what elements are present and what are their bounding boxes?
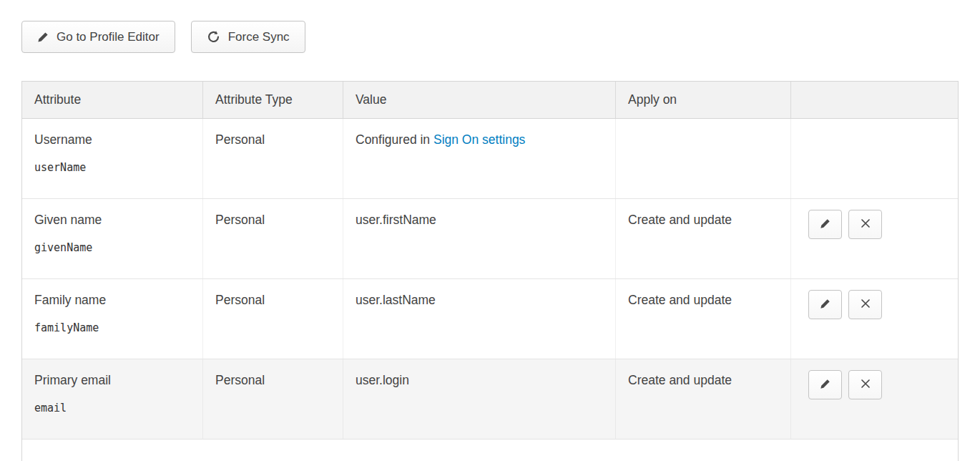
actions-cell (790, 119, 958, 198)
x-icon (861, 299, 871, 311)
actions-cell (790, 359, 958, 439)
refresh-icon (207, 30, 220, 44)
pencil-icon (37, 31, 49, 43)
actions-cell (790, 279, 958, 359)
value-text: Configured in (356, 132, 433, 147)
header-attribute-type: Attribute Type (202, 82, 343, 118)
pencil-icon (820, 299, 830, 311)
table-row-username: Username userName Personal Configured in… (22, 119, 958, 198)
edit-mapping-button[interactable] (808, 370, 842, 399)
x-icon (861, 379, 871, 391)
toolbar: Go to Profile Editor Force Sync (0, 0, 980, 53)
actions-cell (790, 199, 958, 278)
attribute-type-cell: Personal (202, 279, 343, 359)
attribute-mappings-page: Go to Profile Editor Force Sync Attribut… (0, 0, 980, 461)
force-sync-button[interactable]: Force Sync (191, 21, 305, 53)
header-value: Value (343, 82, 615, 118)
attribute-label: Family name (34, 293, 190, 308)
header-attribute: Attribute (22, 82, 202, 118)
attribute-mappings-table: Attribute Attribute Type Value Apply on … (21, 81, 959, 461)
apply-on-cell: Create and update (615, 359, 790, 439)
attribute-variable-name: userName (34, 161, 190, 174)
attribute-type-cell: Personal (202, 119, 343, 198)
table-row-partial (22, 439, 958, 461)
pencil-icon (820, 218, 830, 231)
attribute-label: Given name (34, 213, 190, 228)
attribute-label: Username (34, 132, 190, 147)
attribute-cell: Given name givenName (22, 199, 202, 278)
header-actions (790, 82, 958, 118)
apply-on-cell: Create and update (615, 199, 790, 278)
apply-on-cell (615, 119, 790, 198)
value-cell: Configured in Sign On settings (343, 119, 615, 198)
pencil-icon (820, 379, 830, 392)
attribute-variable-name: email (34, 402, 190, 414)
value-cell: user.login (343, 359, 615, 439)
table-row-family-name: Family name familyName Personal user.las… (22, 278, 958, 359)
attribute-type-cell: Personal (202, 199, 343, 278)
attribute-variable-name: givenName (34, 241, 190, 254)
edit-mapping-button[interactable] (808, 210, 842, 239)
attribute-cell: Username userName (22, 119, 202, 198)
remove-mapping-button[interactable] (848, 210, 882, 239)
attribute-cell: Primary email email (22, 359, 202, 439)
remove-mapping-button[interactable] (848, 290, 882, 319)
attribute-type-cell: Personal (202, 359, 343, 439)
attribute-label: Primary email (34, 373, 190, 388)
remove-mapping-button[interactable] (848, 370, 882, 399)
force-sync-label: Force Sync (228, 30, 290, 44)
go-to-profile-editor-button[interactable]: Go to Profile Editor (21, 21, 175, 53)
go-to-profile-editor-label: Go to Profile Editor (57, 30, 160, 44)
value-cell: user.firstName (343, 199, 615, 278)
apply-on-cell: Create and update (615, 279, 790, 359)
attribute-cell: Family name familyName (22, 279, 202, 359)
table-header-row: Attribute Attribute Type Value Apply on (22, 82, 958, 119)
edit-mapping-button[interactable] (808, 290, 842, 319)
header-apply-on: Apply on (615, 82, 790, 118)
x-icon (861, 218, 871, 230)
value-cell: user.lastName (343, 279, 615, 359)
table-row-primary-email: Primary email email Personal user.login … (22, 359, 958, 439)
attribute-variable-name: familyName (34, 321, 190, 334)
sign-on-settings-link[interactable]: Sign On settings (433, 132, 525, 147)
table-row-given-name: Given name givenName Personal user.first… (22, 198, 958, 278)
